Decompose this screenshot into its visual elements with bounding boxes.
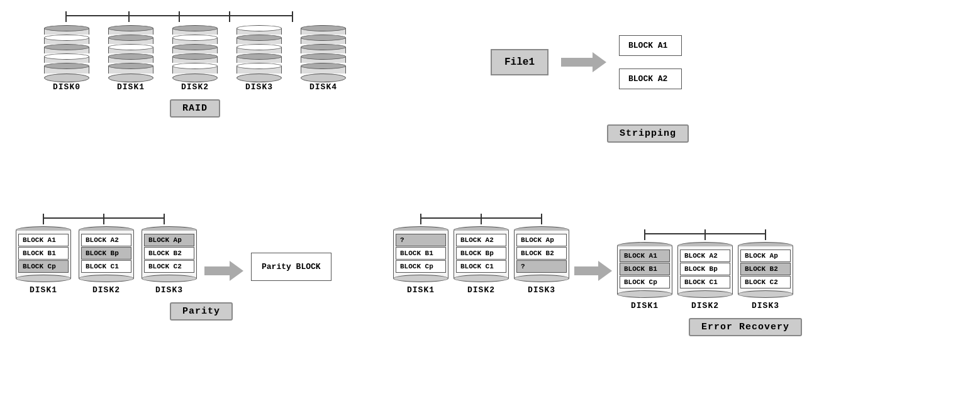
parity-block-box: Parity BLOCK [251,253,331,281]
platter [237,25,282,31]
error-arrow [574,261,612,281]
disk-group-3: DISK3 [237,25,282,92]
disk-3-label: DISK3 [245,82,273,92]
parity-label-row: Parity [0,302,440,321]
disk-0 [44,25,89,79]
platter [108,25,153,31]
parity-d1-b1: BLOCK B1 [18,247,69,260]
platter [44,53,89,60]
parity-disks-and-arrow: BLOCK A1 BLOCK B1 BLOCK Cp DISK1 BLOCK A… [16,226,440,295]
disk-group-2: DISK2 [172,25,218,92]
main-container: DISK0 DISK1 [0,0,980,406]
error-b-d3-b1: BLOCK B2 [516,247,567,260]
error-after-group: BLOCK A1 BLOCK B1 BLOCK Cp DISK1 BLOCK A… [617,226,799,310]
error-a-disk3-label: DISK3 [752,301,779,310]
arrow-shaft [204,266,230,275]
error-a-d1-b1: BLOCK B1 [620,263,670,275]
parity-d2-b2: BLOCK C1 [81,260,131,273]
stripping-label-row: Stripping [491,124,805,143]
stripping-section: File1 BLOCK A1 BLOCK A2 Stripping [491,6,805,143]
platter [237,44,282,50]
error-connector-before-svg [393,211,576,226]
platter [301,44,346,50]
parity-d1-b2: BLOCK Cp [18,260,69,273]
raid-label: RAID [170,99,220,118]
disk-group-0: DISK0 [44,25,89,92]
error-label-row: Error Recovery [503,318,980,336]
platter [108,63,153,69]
parity-disk2: BLOCK A2 BLOCK Bp BLOCK C1 DISK2 [79,226,134,295]
error-before-disk2: BLOCK A2 BLOCK Bp BLOCK C1 DISK2 [454,226,509,295]
platter [237,53,282,60]
parity-disk3: BLOCK Ap BLOCK B2 BLOCK C2 DISK3 [142,226,197,295]
parity-label: Parity [170,302,233,321]
disk-3 [237,25,282,79]
platter [172,35,218,41]
error-connector-after-svg [617,226,799,242]
parity-d3-b0: BLOCK Ap [144,234,194,246]
error-b-disk1-label: DISK1 [407,285,435,295]
raid-connector-svg [44,6,396,25]
error-a-d1-b0: BLOCK A1 [620,250,670,262]
error-a-disk2-label: DISK2 [691,301,719,310]
stripping-blocks: BLOCK A1 BLOCK A2 [619,31,682,93]
parity-disk3-body: BLOCK Ap BLOCK B2 BLOCK C2 [142,231,197,278]
error-b-disk2-label: DISK2 [467,285,495,295]
error-a-d1-b2: BLOCK Cp [620,276,670,288]
platter [237,35,282,41]
platter-bottom [237,74,282,82]
platter [172,53,218,60]
platter [301,35,346,41]
arrow-shaft [561,58,593,67]
error-b-d2-b0: BLOCK A2 [456,234,506,246]
platter [44,63,89,69]
platter [237,63,282,69]
parity-d2-b1: BLOCK Bp [81,247,131,260]
error-b-disk1-bottom [393,275,448,282]
error-a-d3-b2: BLOCK C2 [740,276,791,288]
parity-d3-b2: BLOCK C2 [144,260,194,273]
disk-2 [172,25,218,79]
platter [172,25,218,31]
error-a-d2-b2: BLOCK C1 [680,276,730,288]
disk-group-1: DISK1 [108,25,153,92]
disk-1-label: DISK1 [117,82,145,92]
parity-disk3-bottom [142,275,197,282]
error-b-d3-b2: ? [516,260,567,273]
error-before-disk3: BLOCK Ap BLOCK B2 ? DISK3 [514,226,569,295]
error-b-d1-b1: BLOCK B1 [396,247,446,260]
arrow-head [230,261,243,281]
error-b-d1-b2: BLOCK Cp [396,260,446,273]
block-a1: BLOCK A1 [619,35,682,56]
error-a-disk1-label: DISK1 [631,301,659,310]
platter [301,25,346,31]
disk-4-label: DISK4 [309,82,337,92]
error-a-d2-b1: BLOCK Bp [680,263,730,275]
platter [301,53,346,60]
parity-disk1-bottom [16,275,71,282]
error-a-disk2-body: BLOCK A2 BLOCK Bp BLOCK C1 [677,246,733,294]
error-a-disk3-bottom [738,290,793,298]
parity-disk2-bottom [79,275,134,282]
platter [108,44,153,50]
parity-disk3-label: DISK3 [155,285,183,295]
error-b-disk3-bottom [514,275,569,282]
error-after-disks: BLOCK A1 BLOCK B1 BLOCK Cp DISK1 BLOCK A… [617,242,799,310]
parity-disk1: BLOCK A1 BLOCK B1 BLOCK Cp DISK1 [16,226,71,295]
platter [44,35,89,41]
error-b-disk2-bottom [454,275,509,282]
parity-disk1-label: DISK1 [30,285,57,295]
disk-1 [108,25,153,79]
platter-bottom [172,74,218,82]
platter [172,63,218,69]
stripping-content: File1 BLOCK A1 BLOCK A2 [491,31,805,93]
disk-group-4: DISK4 [301,25,346,92]
error-section: ? BLOCK B1 BLOCK Cp DISK1 BLOCK A2 BLOCK… [390,211,980,336]
error-a-disk1-bottom [617,290,672,298]
parity-section: BLOCK A1 BLOCK B1 BLOCK Cp DISK1 BLOCK A… [13,211,440,321]
parity-d1-b0: BLOCK A1 [18,234,69,246]
parity-d2-b0: BLOCK A2 [81,234,131,246]
error-content: ? BLOCK B1 BLOCK Cp DISK1 BLOCK A2 BLOCK… [393,226,980,310]
platter-bottom [44,74,89,82]
platter [44,25,89,31]
